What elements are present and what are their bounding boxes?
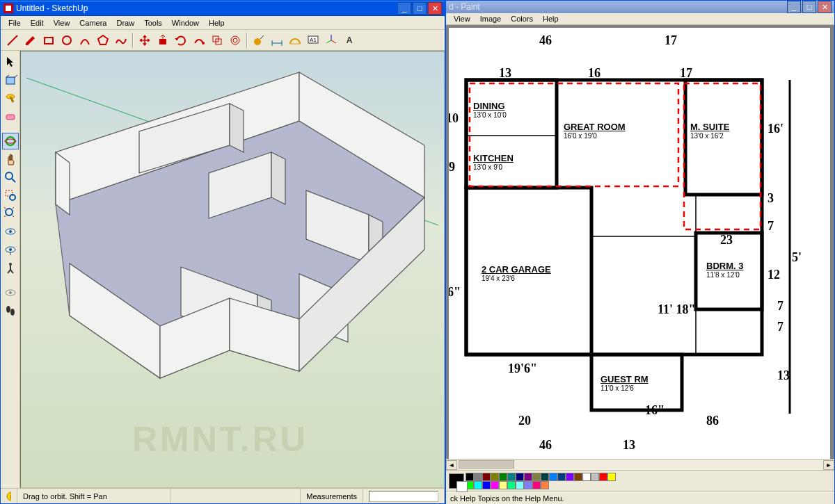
circle-tool[interactable] xyxy=(58,32,75,49)
arc-tool[interactable] xyxy=(77,32,93,49)
text-tool[interactable]: A1 xyxy=(305,32,321,49)
eraser-tool[interactable] xyxy=(2,108,19,124)
axes-tool[interactable] xyxy=(323,32,340,49)
measurements-input[interactable] xyxy=(369,491,438,502)
menu-file[interactable]: File xyxy=(3,17,26,29)
svg-marker-26 xyxy=(7,57,13,67)
palette-color[interactable] xyxy=(474,481,482,489)
palette-color[interactable] xyxy=(549,473,557,481)
hand-annotation: 19'6" xyxy=(508,361,537,376)
palette-color[interactable] xyxy=(599,473,607,481)
palette-color[interactable] xyxy=(491,473,499,481)
palette-color[interactable] xyxy=(591,473,599,481)
shadow-tool[interactable] xyxy=(2,302,19,319)
palette-color[interactable] xyxy=(557,473,566,481)
minimize-button[interactable]: _ xyxy=(397,2,411,15)
svg-point-49 xyxy=(9,291,12,294)
line-tool[interactable] xyxy=(4,32,21,49)
paint-menu-image[interactable]: Image xyxy=(475,13,507,24)
offset-tool[interactable] xyxy=(227,32,244,49)
section-tool[interactable] xyxy=(2,284,19,301)
scale-tool[interactable] xyxy=(209,32,225,49)
palette-color[interactable] xyxy=(482,473,491,481)
paint-titlebar[interactable]: d - Paint _ □ ✕ xyxy=(446,1,834,13)
palette-color[interactable] xyxy=(474,473,482,481)
palette-color[interactable] xyxy=(491,481,499,489)
maximize-button[interactable]: □ xyxy=(413,2,427,15)
protractor-tool[interactable] xyxy=(287,32,303,49)
menu-tools[interactable]: Tools xyxy=(139,17,167,29)
palette-color[interactable] xyxy=(482,481,491,489)
orbit-tool[interactable] xyxy=(2,133,19,149)
paint-hscroll[interactable]: ◄ ► xyxy=(446,459,834,470)
polygon-tool[interactable] xyxy=(95,32,111,49)
paint-canvas[interactable]: DINING13'0 x 10'0GREAT ROOM16'0 x 19'0M.… xyxy=(449,28,830,459)
position-cam-tool[interactable] xyxy=(2,223,19,240)
scroll-left-button[interactable]: ◄ xyxy=(446,460,457,470)
svg-point-14 xyxy=(254,38,261,45)
look-tool[interactable] xyxy=(2,241,19,258)
menu-window[interactable]: Window xyxy=(167,17,204,29)
palette-color[interactable] xyxy=(516,481,524,489)
menu-help[interactable]: Help xyxy=(204,17,230,29)
paint-menu-help[interactable]: Help xyxy=(538,13,564,24)
zoom-tool[interactable] xyxy=(2,169,19,186)
paint-menu-colors[interactable]: Colors xyxy=(506,13,538,24)
hand-annotation: 16 xyxy=(588,66,601,81)
pushpull-tool[interactable] xyxy=(154,32,171,49)
paint-canvas-area[interactable]: DINING13'0 x 10'0GREAT ROOM16'0 x 19'0M.… xyxy=(446,25,834,459)
hand-annotation: 7 xyxy=(777,299,784,314)
palette-color[interactable] xyxy=(466,473,474,481)
select-tool[interactable] xyxy=(2,54,19,70)
sketchup-side-toolbar xyxy=(1,51,20,488)
scroll-right-button[interactable]: ► xyxy=(823,460,834,470)
palette-color[interactable] xyxy=(532,473,541,481)
svg-marker-6 xyxy=(98,35,108,44)
palette-color[interactable] xyxy=(507,473,516,481)
palette-fg-bg[interactable] xyxy=(449,473,464,489)
paint-window: d - Paint _ □ ✕ ViewImageColorsHelp xyxy=(445,0,835,504)
sketchup-viewport[interactable]: RMNT.RU xyxy=(20,51,445,488)
palette-color[interactable] xyxy=(532,481,541,489)
palette-color[interactable] xyxy=(607,473,616,481)
pencil-tool[interactable] xyxy=(22,32,39,49)
freehand-tool[interactable] xyxy=(113,32,129,49)
paint-menu-view[interactable]: View xyxy=(449,13,475,24)
zoomwin-tool[interactable] xyxy=(2,187,19,204)
palette-color[interactable] xyxy=(582,473,591,481)
palette-color[interactable] xyxy=(541,481,549,489)
sketchup-titlebar[interactable]: Untitled - SketchUp _ □ ✕ xyxy=(1,1,445,16)
rect-tool[interactable] xyxy=(40,32,57,49)
pan-tool[interactable] xyxy=(2,151,19,168)
hand-annotation: 46 xyxy=(539,33,552,48)
dimension-tool[interactable] xyxy=(269,32,285,49)
zoomext-tool[interactable] xyxy=(2,205,19,222)
palette-color[interactable] xyxy=(541,473,549,481)
paint-minimize-button[interactable]: _ xyxy=(787,1,801,13)
menu-draw[interactable]: Draw xyxy=(111,17,139,29)
svg-line-2 xyxy=(8,35,17,45)
3dtext-tool[interactable]: A xyxy=(341,32,358,49)
followme-tool[interactable] xyxy=(191,32,207,49)
paint-maximize-button[interactable]: □ xyxy=(802,1,816,13)
menu-camera[interactable]: Camera xyxy=(74,17,111,29)
menu-view[interactable]: View xyxy=(49,17,75,29)
menu-edit[interactable]: Edit xyxy=(26,17,49,29)
component-tool[interactable] xyxy=(2,72,19,88)
move-tool[interactable] xyxy=(136,32,153,49)
palette-color[interactable] xyxy=(566,473,574,481)
palette-color[interactable] xyxy=(499,481,507,489)
walk-tool[interactable] xyxy=(2,259,19,276)
palette-color[interactable] xyxy=(574,473,582,481)
paint-tool[interactable] xyxy=(2,90,19,106)
paint-close-button[interactable]: ✕ xyxy=(818,1,832,13)
palette-color[interactable] xyxy=(507,481,516,489)
palette-color[interactable] xyxy=(516,473,524,481)
rotate-tool[interactable] xyxy=(173,32,189,49)
tape-tool[interactable] xyxy=(250,32,267,49)
palette-color[interactable] xyxy=(524,473,532,481)
palette-color[interactable] xyxy=(499,473,507,481)
close-button[interactable]: ✕ xyxy=(428,2,442,15)
palette-color[interactable] xyxy=(524,481,532,489)
scroll-thumb[interactable] xyxy=(459,460,514,469)
